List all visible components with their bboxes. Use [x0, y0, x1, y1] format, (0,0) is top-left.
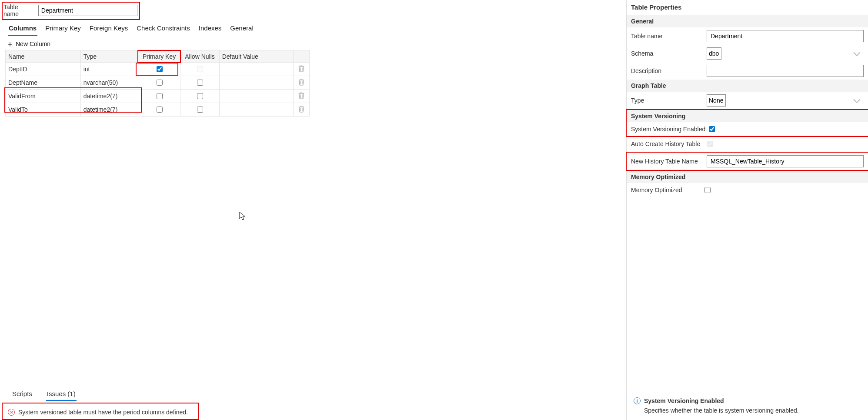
table-row[interactable]: ValidFromdatetime2(7) — [6, 90, 310, 103]
new-column-button[interactable]: ＋ New Column — [2, 36, 626, 50]
tab-scripts[interactable]: Scripts — [11, 388, 33, 401]
help-panel: i System Versioning Enabled Specifies wh… — [627, 391, 868, 420]
memory-optimized-checkbox[interactable] — [704, 187, 711, 193]
table-name-input[interactable] — [38, 5, 137, 16]
mouse-cursor-icon — [239, 212, 246, 221]
prop-label-auto-create-history: Auto Create History Table — [631, 140, 700, 147]
columns-grid: Name Type Primary Key Allow Nulls Defaul… — [5, 50, 310, 117]
cell-type[interactable]: int — [80, 63, 138, 76]
cell-default-value[interactable] — [219, 90, 294, 103]
delete-row-icon[interactable] — [298, 93, 304, 100]
cell-default-value[interactable] — [219, 63, 294, 76]
prop-type-select[interactable]: None — [707, 94, 726, 107]
section-system-versioning: System Versioning — [627, 110, 868, 122]
table-row[interactable]: ValidTodatetime2(7) — [6, 103, 310, 117]
history-table-name-input[interactable] — [707, 155, 864, 167]
cell-type[interactable]: datetime2(7) — [80, 90, 138, 103]
pk-checkbox[interactable] — [157, 66, 163, 72]
section-memory-optimized: Memory Optimized — [627, 171, 868, 183]
cell-default-value[interactable] — [219, 103, 294, 117]
tab-check-constraints[interactable]: Check Constraints — [136, 22, 191, 36]
info-icon: i — [634, 397, 641, 404]
prop-description-input[interactable] — [707, 65, 864, 77]
tab-primary-key[interactable]: Primary Key — [44, 22, 82, 36]
help-title: System Versioning Enabled — [644, 397, 724, 404]
properties-title: Table Properties — [627, 0, 868, 15]
cell-type[interactable]: datetime2(7) — [80, 103, 138, 117]
pk-checkbox[interactable] — [157, 93, 163, 99]
pk-checkbox[interactable] — [157, 107, 163, 113]
table-row[interactable]: DeptIDint — [6, 63, 310, 76]
issue-text: System versioned table must have the per… — [18, 409, 188, 416]
tab-indexes[interactable]: Indexes — [198, 22, 223, 36]
cell-name[interactable]: DeptName — [6, 76, 81, 90]
auto-create-history-checkbox — [707, 141, 713, 147]
table-name-label: Table name — [3, 3, 35, 17]
prop-label-type: Type — [631, 97, 703, 104]
section-general: General — [627, 15, 868, 27]
issue-row[interactable]: ✕ System versioned table must have the p… — [4, 405, 198, 419]
cell-name[interactable]: ValidFrom — [6, 90, 81, 103]
new-column-label: New Column — [16, 40, 50, 47]
prop-label-schema: Schema — [631, 50, 703, 57]
prop-label-sv-enabled: System Versioning Enabled — [631, 126, 705, 133]
cell-type[interactable]: nvarchar(50) — [80, 76, 138, 90]
col-header-primary-key[interactable]: Primary Key — [138, 50, 180, 63]
prop-label-table-name: Table name — [631, 33, 703, 40]
col-header-default-value[interactable]: Default Value — [219, 50, 294, 63]
prop-label-description: Description — [631, 67, 703, 74]
error-icon: ✕ — [8, 409, 15, 416]
allow-nulls-checkbox[interactable] — [197, 107, 203, 113]
delete-row-icon[interactable] — [298, 80, 304, 87]
pk-checkbox[interactable] — [157, 80, 163, 86]
tab-issues[interactable]: Issues (1) — [46, 388, 77, 401]
allow-nulls-checkbox[interactable] — [197, 93, 203, 99]
cell-default-value[interactable] — [219, 76, 294, 90]
plus-icon: ＋ — [6, 41, 14, 47]
col-header-name[interactable]: Name — [6, 50, 81, 63]
table-row[interactable]: DeptNamenvarchar(50) — [6, 76, 310, 90]
designer-tabs: Columns Primary Key Foreign Keys Check C… — [2, 20, 626, 36]
delete-row-icon[interactable] — [298, 67, 304, 73]
col-header-allow-nulls[interactable]: Allow Nulls — [180, 50, 219, 63]
prop-label-history-table-name: New History Table Name — [631, 158, 703, 165]
prop-label-memory-optimized: Memory Optimized — [631, 187, 682, 193]
allow-nulls-checkbox[interactable] — [197, 80, 203, 86]
prop-schema-select[interactable]: dbo — [707, 47, 721, 60]
section-graph-table: Graph Table — [627, 80, 868, 92]
delete-row-icon[interactable] — [298, 107, 304, 114]
cell-name[interactable]: ValidTo — [6, 103, 81, 117]
tab-general[interactable]: General — [229, 22, 254, 36]
help-body: Specifies whether the table is system ve… — [634, 407, 861, 414]
allow-nulls-checkbox — [197, 66, 203, 72]
cell-name[interactable]: DeptID — [6, 63, 81, 76]
tab-foreign-keys[interactable]: Foreign Keys — [89, 22, 129, 36]
prop-table-name-input[interactable] — [707, 30, 864, 42]
sv-enabled-checkbox[interactable] — [709, 126, 715, 132]
col-header-type[interactable]: Type — [80, 50, 138, 63]
tab-columns[interactable]: Columns — [8, 22, 37, 36]
